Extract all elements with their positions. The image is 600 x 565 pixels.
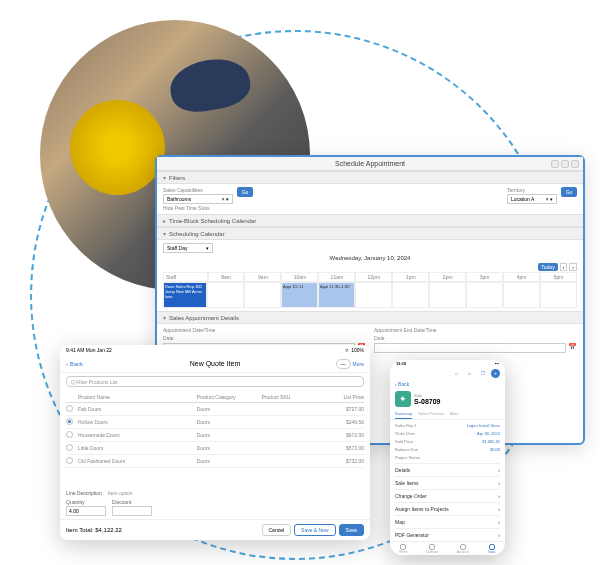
sort-button[interactable]: — <box>336 359 351 369</box>
window-title: Schedule Appointment <box>335 160 405 167</box>
calendar-icon[interactable]: 📅 <box>568 343 577 353</box>
radio-icon[interactable] <box>66 405 73 412</box>
hour-header: 1pm <box>392 272 429 282</box>
field-value[interactable]: Logan Install Store <box>467 423 500 428</box>
today-button[interactable]: Today <box>538 263 557 271</box>
phone-menu-item[interactable]: Change Order› <box>395 489 500 502</box>
staff-col-header: Staff <box>163 272 208 282</box>
search-icon[interactable]: ⌕ <box>465 369 474 378</box>
radio-icon[interactable] <box>66 457 73 464</box>
save-button[interactable]: Save <box>339 524 364 536</box>
more-button[interactable]: More <box>353 361 364 367</box>
phone-back-nav[interactable]: ‹ Back <box>390 379 505 389</box>
maximize-icon[interactable] <box>561 160 569 168</box>
tab-more[interactable]: More <box>450 409 459 419</box>
time-slot[interactable]: Appt 10–11 <box>281 282 318 308</box>
time-slot[interactable] <box>503 282 540 308</box>
go-button[interactable]: Go <box>237 187 253 197</box>
time-slot[interactable] <box>429 282 466 308</box>
product-category: Doors <box>197 445 262 451</box>
scheduling-section-header[interactable]: ▾ Scheduling Calendar <box>157 227 583 240</box>
phone-menu-item[interactable]: Details› <box>395 463 500 476</box>
nav-home[interactable]: Home <box>399 544 407 554</box>
ordering-filter-label: Hide Past Time Slots <box>163 205 233 211</box>
product-row[interactable]: Little DoorsDoors$573.00 <box>66 442 364 455</box>
date-label: Date <box>163 335 366 341</box>
discount-label: Discount <box>112 499 152 505</box>
product-row[interactable]: Hollow DoorsDoors$249.56 <box>66 416 364 429</box>
go-button-2[interactable]: Go <box>561 187 577 197</box>
time-slot[interactable] <box>355 282 392 308</box>
time-slot[interactable] <box>466 282 503 308</box>
product-row[interactable]: Housemade DoorsDoors$672.00 <box>66 429 364 442</box>
field-value[interactable]: $0.00 <box>490 447 500 452</box>
tab-sales-process[interactable]: Sales Process <box>418 409 444 419</box>
prev-day-button[interactable]: ‹ <box>560 263 568 271</box>
home-icon[interactable]: ⌂ <box>452 369 461 378</box>
save-new-button[interactable]: Save & New <box>294 524 336 536</box>
add-icon[interactable]: + <box>491 369 500 378</box>
col-list-price[interactable]: List Price <box>315 394 364 400</box>
cancel-button[interactable]: Cancel <box>262 524 292 536</box>
col-product-sku[interactable]: Product SKU <box>261 394 315 400</box>
chevron-right-icon: › <box>498 506 500 512</box>
tablet-fields: Line Description Item option <box>60 487 370 499</box>
close-icon[interactable] <box>571 160 579 168</box>
phone-menu-item[interactable]: Assign Items to Projects› <box>395 502 500 515</box>
sales-filter-select[interactable]: Bathrooms× ▾ <box>163 194 233 204</box>
radio-icon[interactable] <box>66 431 73 438</box>
time-slot[interactable]: Appt 11:30–1:00 <box>318 282 355 308</box>
staff-cell[interactable]: Dave Sales Rep 100 Jump New Mill Acres l… <box>163 282 207 308</box>
field-value[interactable]: $1,685.35 <box>482 439 500 444</box>
col-product-name[interactable]: Product Name <box>78 394 197 400</box>
details-section-header[interactable]: ▾ Sales Appointment Details <box>157 311 583 324</box>
field-value[interactable]: Apr 30, 2024 <box>477 431 500 436</box>
minimize-icon[interactable] <box>551 160 559 168</box>
discount-input[interactable] <box>112 506 152 516</box>
back-button[interactable]: ‹ Back <box>66 361 83 367</box>
radio-icon[interactable] <box>66 444 73 451</box>
nav-accounts[interactable]: Accounts <box>457 544 469 554</box>
nav-tasks[interactable]: Tasks <box>488 544 496 554</box>
appointment-block[interactable]: Appt 11:30–1:00 <box>319 283 354 307</box>
time-slot[interactable] <box>540 282 577 308</box>
product-name: Fab Doors <box>78 406 197 412</box>
staff-block[interactable]: Dave Sales Rep 100 Jump New Mill Acres l… <box>164 283 206 307</box>
time-slot[interactable] <box>207 282 244 308</box>
time-slot[interactable] <box>392 282 429 308</box>
phone-menu-item[interactable]: Sale Items› <box>395 476 500 489</box>
product-row[interactable]: Fab DoorsDoors$727.00 <box>66 403 364 416</box>
hour-header: 5pm <box>540 272 577 282</box>
hour-header: 9am <box>244 272 281 282</box>
col-product-category[interactable]: Product Category <box>197 394 262 400</box>
timeblock-section-header[interactable]: ▸ Time-Block Scheduling Calendar <box>157 214 583 227</box>
line-desc-value[interactable]: Item option <box>108 490 133 496</box>
phone-menu-item[interactable]: Map› <box>395 515 500 528</box>
phone-field: Sales Rep 1Logan Install Store <box>395 422 500 429</box>
calendar-view-select[interactable]: Staff Day▾ <box>163 243 213 253</box>
territory-filter-select[interactable]: Location A× ▾ <box>507 194 557 204</box>
phone-menu-item[interactable]: PDF Generator› <box>395 528 500 541</box>
product-filter-input[interactable]: Q Filter Products List <box>66 376 364 387</box>
appointment-block[interactable]: Appt 10–11 <box>282 283 317 307</box>
chevron-right-icon: ▸ <box>163 217 166 224</box>
quantity-input[interactable] <box>66 506 106 516</box>
window-titlebar: Schedule Appointment <box>157 157 583 171</box>
sale-id: S-08709 <box>414 398 440 405</box>
end-date-input[interactable] <box>374 343 566 353</box>
tab-summary[interactable]: Summary <box>395 409 412 419</box>
next-day-button[interactable]: › <box>569 263 577 271</box>
phone-status-bar: 12:15 ••• <box>390 360 505 368</box>
x-icon[interactable]: × ▾ <box>222 196 229 202</box>
bookmark-icon[interactable]: ☐ <box>478 369 487 378</box>
filters-section-header[interactable]: ▾ Filters <box>157 171 583 184</box>
nav-calendar[interactable]: Calendar <box>426 544 438 554</box>
product-row[interactable]: Old Fashioned DoorsDoors$732.00 <box>66 455 364 468</box>
time-slot[interactable] <box>244 282 281 308</box>
item-total: Item Total: $4,122.22 <box>66 527 122 533</box>
product-category: Doors <box>197 458 262 464</box>
appointment-end-label: Appointment End Date/Time <box>374 327 577 333</box>
chevron-right-icon: › <box>498 493 500 499</box>
calendar-date-header: Wednesday, January 10, 2024 <box>163 255 577 261</box>
radio-icon[interactable] <box>66 418 73 425</box>
